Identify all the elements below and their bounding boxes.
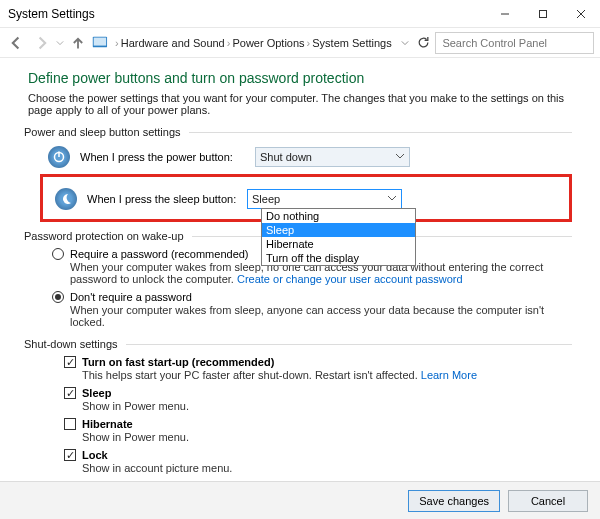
- option-turn-off-display[interactable]: Turn off the display: [262, 251, 415, 265]
- group-shutdown: Shut-down settings: [24, 338, 572, 350]
- page-heading: Define power buttons and turn on passwor…: [28, 70, 572, 86]
- learn-more-link[interactable]: Learn More: [421, 369, 477, 381]
- lock-checkbox[interactable]: [64, 449, 76, 461]
- back-button[interactable]: [6, 32, 28, 54]
- recent-chevron-icon[interactable]: [54, 32, 66, 54]
- chevron-down-icon: [387, 193, 397, 205]
- sleep-button-label: When I press the sleep button:: [87, 193, 237, 205]
- option-do-nothing[interactable]: Do nothing: [262, 209, 415, 223]
- highlighted-section: When I press the sleep button: Sleep Do …: [40, 174, 572, 222]
- sleep-button-dropdown[interactable]: Do nothing Sleep Hibernate Turn off the …: [261, 208, 416, 266]
- sleep-icon: [55, 188, 77, 210]
- crumb-system-settings[interactable]: System Settings: [312, 37, 391, 49]
- up-button[interactable]: [67, 32, 89, 54]
- nav-bar: ›Hardware and Sound ›Power Options ›Syst…: [0, 28, 600, 58]
- cancel-button[interactable]: Cancel: [508, 490, 588, 512]
- breadcrumb[interactable]: ›Hardware and Sound ›Power Options ›Syst…: [111, 37, 396, 49]
- group-power-buttons: Power and sleep button settings: [24, 126, 572, 138]
- option-no-password: Don't require a password When your compu…: [52, 291, 572, 328]
- chevron-down-icon: [395, 151, 405, 163]
- no-password-radio[interactable]: [52, 291, 64, 303]
- change-password-link[interactable]: Create or change your user account passw…: [237, 273, 463, 285]
- address-chevron-icon[interactable]: [398, 32, 412, 54]
- require-password-radio[interactable]: [52, 248, 64, 260]
- crumb-hardware[interactable]: Hardware and Sound: [121, 37, 225, 49]
- power-button-label: When I press the power button:: [80, 151, 245, 163]
- sleep-button-select[interactable]: Sleep: [247, 189, 402, 209]
- control-panel-icon: [91, 34, 109, 52]
- title-bar: System Settings: [0, 0, 600, 28]
- option-sleep[interactable]: Sleep: [262, 223, 415, 237]
- minimize-button[interactable]: [486, 0, 524, 28]
- option-fast-startup: Turn on fast start-up (recommended) This…: [64, 356, 572, 381]
- maximize-button[interactable]: [524, 0, 562, 28]
- power-icon: [48, 146, 70, 168]
- sleep-checkbox[interactable]: [64, 387, 76, 399]
- content-area: Define power buttons and turn on passwor…: [0, 58, 600, 481]
- save-button[interactable]: Save changes: [408, 490, 500, 512]
- power-button-select[interactable]: Shut down: [255, 147, 410, 167]
- option-hibernate: Hibernate Show in Power menu.: [64, 418, 572, 443]
- search-input[interactable]: [435, 32, 594, 54]
- option-lock: Lock Show in account picture menu.: [64, 449, 572, 474]
- window-title: System Settings: [0, 7, 95, 21]
- row-power-button: When I press the power button: Shut down: [48, 144, 572, 170]
- crumb-power-options[interactable]: Power Options: [232, 37, 304, 49]
- option-sleep: Sleep Show in Power menu.: [64, 387, 572, 412]
- hibernate-checkbox[interactable]: [64, 418, 76, 430]
- option-hibernate[interactable]: Hibernate: [262, 237, 415, 251]
- close-button[interactable]: [562, 0, 600, 28]
- svg-rect-5: [94, 37, 106, 45]
- forward-button[interactable]: [30, 32, 52, 54]
- page-description: Choose the power settings that you want …: [28, 92, 572, 116]
- refresh-button[interactable]: [414, 33, 434, 53]
- footer: Save changes Cancel: [0, 481, 600, 519]
- fast-startup-checkbox[interactable]: [64, 356, 76, 368]
- svg-rect-1: [540, 10, 547, 17]
